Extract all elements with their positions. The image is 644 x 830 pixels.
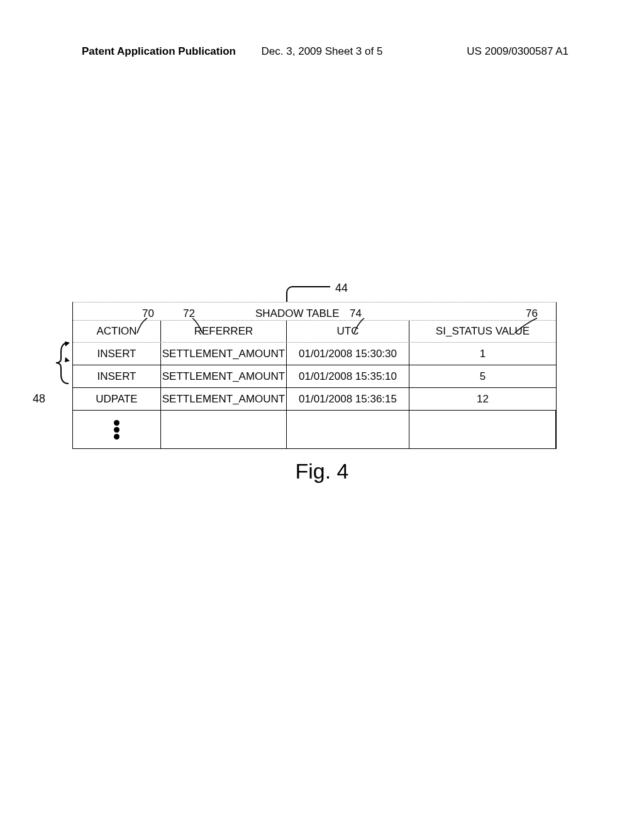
cell-referrer: SETTLEMENT_AMOUNT: [161, 388, 287, 410]
empty-cell: [161, 411, 287, 448]
table-row: INSERT SETTLEMENT_AMOUNT 01/01/2008 15:3…: [73, 343, 556, 365]
cell-action: INSERT: [73, 343, 161, 365]
header-center: Dec. 3, 2009 Sheet 3 of 5: [262, 45, 383, 58]
title-row: 70 72 SHADOW TABLE 74 76: [73, 302, 556, 320]
cell-utc: 01/01/2008 15:30:30: [287, 343, 409, 365]
table-row: UDPATE SETTLEMENT_AMOUNT 01/01/2008 15:3…: [73, 388, 556, 411]
ref-72: 72: [183, 307, 195, 320]
brace-48-icon: [48, 340, 70, 387]
ref-48: 48: [33, 392, 45, 406]
cell-action: INSERT: [73, 365, 161, 387]
cell-status: 12: [409, 388, 556, 410]
ref-74: 74: [350, 307, 362, 320]
cell-status: 5: [409, 365, 556, 387]
dot-icon: [114, 427, 119, 433]
table-row: INSERT SETTLEMENT_AMOUNT 01/01/2008 15:3…: [73, 365, 556, 388]
cell-utc: 01/01/2008 15:36:15: [287, 388, 409, 410]
figure-caption: Fig. 4: [0, 459, 644, 484]
header-right: US 2009/0300587 A1: [467, 45, 569, 58]
cell-action: UDPATE: [73, 388, 161, 410]
dot-icon: [114, 434, 119, 440]
ref-76: 76: [526, 307, 538, 320]
cell-status: 1: [409, 343, 556, 365]
ref-44: 44: [335, 282, 348, 295]
lead-44: [286, 286, 330, 302]
figure-4: 44 48 70 72 SHADOW TABLE 74 76 ACTION: [72, 302, 557, 449]
ellipsis-dots: [73, 411, 161, 448]
cell-utc: 01/01/2008 15:35:10: [287, 365, 409, 387]
ref-70: 70: [142, 307, 154, 320]
cell-referrer: SETTLEMENT_AMOUNT: [161, 343, 287, 365]
dot-icon: [114, 420, 119, 426]
empty-cell: [409, 411, 556, 448]
shadow-table: 70 72 SHADOW TABLE 74 76 ACTION REFERRER…: [72, 302, 557, 449]
page-header: Patent Application Publication Dec. 3, 2…: [0, 45, 644, 58]
header-left: Patent Application Publication: [82, 45, 236, 58]
empty-cell: [287, 411, 409, 448]
col-header-utc: UTC: [287, 321, 409, 342]
ellipsis-row: [73, 411, 556, 448]
table-title: SHADOW TABLE: [255, 307, 340, 320]
col-header-referrer: REFERRER: [161, 321, 287, 342]
cell-referrer: SETTLEMENT_AMOUNT: [161, 365, 287, 387]
